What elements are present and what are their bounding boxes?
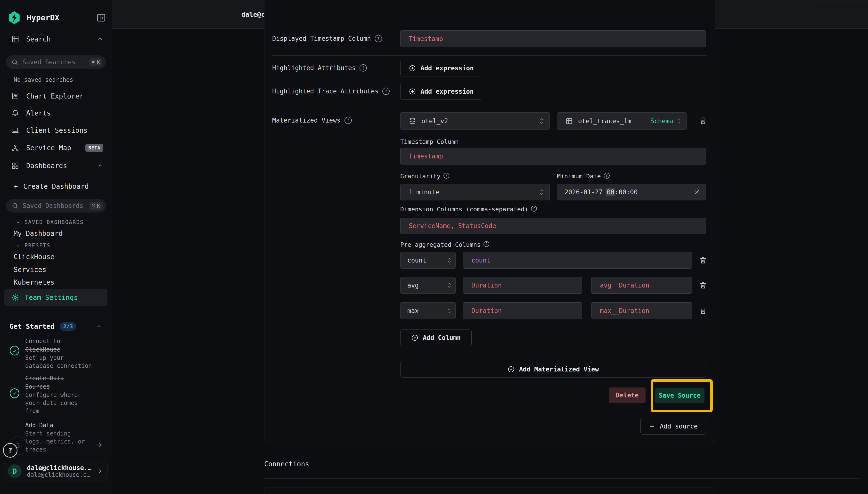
mv-table-select[interactable]: otel_traces_1m Schema xyxy=(557,112,687,130)
connections-heading: Connections xyxy=(264,460,309,468)
laptop-icon xyxy=(11,126,19,134)
delete-mv-trash-icon[interactable] xyxy=(698,115,708,126)
progress-badge: 2/3 xyxy=(60,322,76,331)
database-icon xyxy=(409,117,416,125)
help-icon[interactable]: ? xyxy=(345,117,352,124)
agg-alias-input[interactable]: avg__Duration xyxy=(592,277,692,293)
help-icon[interactable]: ? xyxy=(375,35,382,42)
agg-alias-input[interactable]: max__Duration xyxy=(592,302,692,319)
sidebar-item-team-settings[interactable]: Team Settings xyxy=(4,289,108,306)
aggfn-select[interactable]: count xyxy=(400,252,456,269)
help-icon[interactable]: ? xyxy=(531,206,537,212)
chevron-updown-icon xyxy=(539,189,544,195)
add-materialized-view-button[interactable]: Add Materialized View xyxy=(400,361,706,378)
mv-database-select[interactable]: otel_v2 xyxy=(400,112,550,130)
agg-expression-input[interactable]: Duration xyxy=(463,277,582,293)
mv-timestamp-column-label: Timestamp Column xyxy=(400,138,459,145)
save-source-button[interactable]: Save Source xyxy=(655,388,705,403)
granularity-label: Granularity ? xyxy=(400,173,449,180)
dashboard-link-my-dashboard[interactable]: My Dashboard xyxy=(14,230,63,238)
preaggregated-columns-label: Pre-aggregated Columns ? xyxy=(400,241,489,248)
divider xyxy=(264,478,860,479)
create-dashboard-button[interactable]: Create Dashboard xyxy=(13,183,89,190)
chevron-updown-icon xyxy=(539,118,544,124)
delete-column-trash-icon[interactable] xyxy=(698,255,708,266)
minimum-date-input[interactable]: 2026-01-27 00:00:00 xyxy=(557,184,706,201)
help-button[interactable]: ? xyxy=(3,443,17,458)
delete-column-trash-icon[interactable] xyxy=(698,280,708,291)
preset-link-services[interactable]: Services xyxy=(14,266,46,274)
sidebar-item-service-map[interactable]: Service Map BETA xyxy=(11,144,103,152)
granularity-select[interactable]: 1 minute xyxy=(400,184,550,201)
plus-icon xyxy=(649,423,655,430)
beta-badge: BETA xyxy=(85,144,103,152)
dashboards-icon xyxy=(11,162,19,170)
sidebar-item-dashboards[interactable]: Dashboards xyxy=(11,162,103,170)
shortcut-badge: ⌘ K xyxy=(89,58,103,66)
clear-date-icon[interactable] xyxy=(694,189,700,195)
get-started-header[interactable]: Get Started 2/3 xyxy=(9,322,102,331)
plus-icon xyxy=(13,184,19,190)
circle-plus-icon xyxy=(507,366,515,373)
service-map-icon xyxy=(11,144,19,152)
preset-link-kubernetes[interactable]: Kubernetes xyxy=(14,278,55,286)
aggfn-select[interactable]: max xyxy=(400,302,456,319)
delete-column-trash-icon[interactable] xyxy=(698,305,708,316)
sidebar-item-search[interactable]: Search xyxy=(11,35,103,43)
add-source-button[interactable]: Add source xyxy=(640,418,706,435)
brand[interactable]: HyperDX xyxy=(7,11,59,25)
user-name: dale@clickhouse.… xyxy=(27,464,97,471)
add-expression-button[interactable]: Add expression xyxy=(400,60,482,76)
user-email: dale@clickhouse.c… xyxy=(27,471,97,478)
preset-link-clickhouse[interactable]: ClickHouse xyxy=(14,253,55,261)
schema-link[interactable]: Schema xyxy=(650,117,673,125)
displayed-timestamp-input[interactable]: Timestamp xyxy=(400,30,706,47)
app-root: dale@clickhouse.com's Team Displayed Tim… xyxy=(0,0,868,494)
search-icon xyxy=(12,202,19,209)
add-expression-button[interactable]: Add expression xyxy=(400,83,482,100)
gear-icon xyxy=(11,293,19,302)
check-circle-icon xyxy=(10,388,19,398)
saved-dashboards-input[interactable]: Saved Dashboards ⌘ K xyxy=(6,199,106,212)
circle-plus-icon xyxy=(409,64,416,72)
no-saved-searches-text: No saved searches xyxy=(14,76,73,83)
chevron-up-icon[interactable] xyxy=(96,323,102,330)
sidebar-item-client-sessions[interactable]: Client Sessions xyxy=(11,126,103,134)
chevron-updown-icon xyxy=(447,258,451,263)
get-started-panel: Get Started 2/3 Connect to ClickHouse Se… xyxy=(3,316,108,457)
chevron-up-icon[interactable] xyxy=(97,163,103,169)
chevron-updown-icon xyxy=(447,283,451,288)
mv-timestamp-column-input[interactable]: Timestamp xyxy=(400,148,706,165)
dimension-columns-label: Dimension Columns (comma-separated) ? xyxy=(400,206,537,213)
collapse-sidebar-icon[interactable] xyxy=(96,13,106,23)
user-menu[interactable]: D dale@clickhouse.… dale@clickhouse.c… xyxy=(4,462,108,480)
dimension-columns-input[interactable]: ServiceName, StatusCode xyxy=(400,217,706,234)
get-started-item[interactable]: Create Data Sources Configure where your… xyxy=(25,374,98,415)
section-presets[interactable]: PRESETS xyxy=(15,242,51,248)
highlighted-trace-attributes-label: Highlighted Trace Attributes ? xyxy=(272,88,390,95)
highlighted-attributes-label: Highlighted Attributes ? xyxy=(272,64,367,72)
aggfn-select[interactable]: avg xyxy=(400,277,456,293)
table-icon xyxy=(565,117,573,125)
agg-expression-input[interactable]: count xyxy=(463,252,692,269)
saved-searches-input[interactable]: Saved Searches ⌘ K xyxy=(6,55,106,69)
delete-source-button[interactable]: Delete xyxy=(609,387,645,403)
chevron-up-icon[interactable] xyxy=(97,36,103,42)
bell-icon xyxy=(11,109,19,117)
sidebar-item-alerts[interactable]: Alerts xyxy=(11,109,103,117)
help-icon[interactable]: ? xyxy=(443,173,449,178)
help-icon[interactable]: ? xyxy=(360,64,367,72)
chevron-down-icon xyxy=(15,243,21,248)
section-saved-dashboards[interactable]: SAVED DASHBOARDS xyxy=(15,219,84,225)
time-segment-selected[interactable]: 00 xyxy=(606,188,615,196)
help-icon[interactable]: ? xyxy=(382,88,390,95)
get-started-item[interactable]: Connect to ClickHouse Set up your databa… xyxy=(25,337,98,370)
chevron-down-icon xyxy=(15,220,21,225)
sidebar-item-chart-explorer[interactable]: Chart Explorer xyxy=(11,92,103,100)
divider xyxy=(272,55,707,56)
help-icon[interactable]: ? xyxy=(483,241,489,247)
help-icon[interactable]: ? xyxy=(604,173,610,178)
get-started-item[interactable]: Add Data Start sending logs, metrics, or… xyxy=(25,421,93,454)
add-column-button[interactable]: Add Column xyxy=(400,329,471,346)
agg-expression-input[interactable]: Duration xyxy=(463,302,582,319)
